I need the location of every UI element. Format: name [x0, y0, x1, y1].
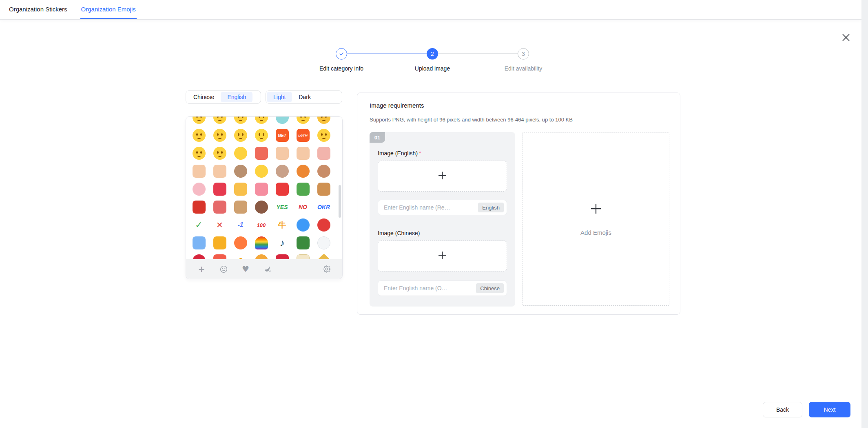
emoji-raise-hand-face[interactable]	[193, 147, 206, 160]
emoji-pinched-fingers[interactable]	[276, 147, 289, 160]
language-toggle: ChineseEnglish	[186, 90, 261, 104]
upload-emoji-dialog: Organization StickersOrganization Emojis…	[0, 0, 868, 428]
english-tag: English	[478, 203, 504, 212]
emoji-music-note[interactable]: ♪	[276, 236, 289, 249]
emoji-flower-hand[interactable]	[255, 147, 268, 160]
emoji-get-badge[interactable]: GET	[276, 129, 289, 142]
emoji-check-mark[interactable]: ✓	[193, 218, 206, 232]
emoji-clipped-face-3[interactable]	[234, 117, 247, 124]
emoji-pushpin[interactable]	[297, 218, 310, 232]
heart-icon[interactable]: ♥	[241, 264, 250, 274]
emoji-rainbow[interactable]	[255, 236, 268, 249]
emoji-face-with-bowl[interactable]	[213, 129, 226, 142]
stepper-connector	[438, 53, 518, 54]
emoji-fireworks[interactable]	[213, 254, 226, 259]
emoji-clipped-face-6[interactable]	[297, 117, 310, 124]
emoji-kiss-lips[interactable]	[213, 183, 226, 196]
image-requirements-panel: Image requirements Supports PNG, with he…	[357, 93, 680, 315]
emoji-waving-body[interactable]	[234, 147, 247, 160]
emoji-bull-face[interactable]	[317, 165, 330, 178]
step-label: Edit category info	[319, 65, 363, 72]
add-emoji-icon[interactable]: +	[197, 264, 206, 274]
emoji-cucumber[interactable]	[297, 183, 310, 196]
emoji-thumbs-down[interactable]	[213, 165, 226, 178]
plus-icon	[589, 202, 602, 217]
emoji-snowman[interactable]	[317, 236, 330, 249]
emoji-beer-mug[interactable]	[234, 183, 247, 196]
emoji-pink-cow-face[interactable]	[193, 183, 206, 196]
emoji-clapping-hands[interactable]	[317, 147, 330, 160]
emoji-yes-text[interactable]: YES	[276, 201, 289, 214]
emoji-clipped-face-4[interactable]	[255, 117, 268, 124]
emoji-clipped-face-2[interactable]	[213, 117, 226, 124]
emoji-santa-hat[interactable]	[193, 254, 206, 259]
sticker-icon[interactable]	[263, 264, 272, 274]
emoji-mahjong-tile[interactable]	[297, 254, 310, 259]
emoji-no-text[interactable]: NO	[297, 201, 310, 214]
image-english-label: Image (English)*	[378, 150, 421, 157]
add-emojis-button[interactable]: Add Emojis	[523, 132, 669, 306]
emoji-mask-face[interactable]	[317, 129, 330, 142]
emoji-bubble-tea[interactable]	[234, 201, 247, 214]
back-button[interactable]: Back	[763, 402, 802, 417]
emoji-okr-text[interactable]: OKR	[317, 201, 330, 214]
close-icon	[841, 32, 851, 44]
toggle-option-light[interactable]: Light	[267, 92, 292, 102]
emoji-balloons-2[interactable]: 2	[234, 254, 247, 259]
smiley-icon[interactable]	[219, 264, 228, 274]
emoji-chili-pepper[interactable]	[193, 201, 206, 214]
tab-organization-stickers[interactable]: Organization Stickers	[8, 0, 68, 19]
emoji-coffee-cup[interactable]	[255, 201, 268, 214]
step-1: Edit category info	[336, 48, 347, 60]
step-label: Upload image	[415, 65, 450, 72]
add-emojis-label: Add Emojis	[580, 229, 611, 236]
emoji-grid-viewport: GETLGTMYESNOOKR✓✕-1100牛♪2	[186, 117, 342, 259]
emoji-candied-haws[interactable]	[213, 201, 226, 214]
emoji-grid-scrollbar[interactable]	[339, 185, 341, 218]
emoji-chicken-drumstick[interactable]	[317, 183, 330, 196]
window-scrollbar[interactable]	[861, 0, 868, 428]
emoji-clipped-face-1[interactable]	[193, 117, 206, 124]
stepper-connector	[347, 53, 427, 54]
emoji-red-envelope[interactable]	[276, 254, 289, 259]
toggle-option-dark[interactable]: Dark	[292, 92, 317, 102]
toggle-option-chinese[interactable]: Chinese	[187, 92, 221, 102]
emoji-tiger-face[interactable]	[255, 254, 268, 259]
emoji-hundred[interactable]: 100	[255, 218, 268, 232]
emoji-lemon-face[interactable]	[255, 129, 268, 142]
emoji-alarm-clock[interactable]	[317, 218, 330, 232]
emoji-see-no-evil-monkey[interactable]	[276, 165, 289, 178]
close-button[interactable]	[839, 32, 852, 45]
emoji-megaphone[interactable]	[193, 236, 206, 249]
emoji-bear-wink-face[interactable]	[297, 165, 310, 178]
emoji-item-card: 01 Image (English)* English Image (Chine…	[370, 132, 515, 307]
emoji-gift-box[interactable]	[276, 183, 289, 196]
emoji-surprised-face[interactable]	[193, 129, 206, 142]
emoji-cross-mark[interactable]: ✕	[213, 218, 226, 232]
emoji-niu-character[interactable]: 牛	[276, 218, 289, 232]
chinese-image-upload[interactable]	[378, 240, 507, 271]
plus-icon	[437, 170, 447, 182]
emoji-husky-face[interactable]	[234, 165, 247, 178]
english-image-upload[interactable]	[378, 161, 507, 192]
tab-organization-emojis[interactable]: Organization Emojis	[80, 0, 137, 19]
emoji-clipped-face-5[interactable]	[276, 117, 289, 124]
next-button[interactable]: Next	[809, 402, 850, 417]
emoji-handshake[interactable]	[297, 147, 310, 160]
emoji-fu-diamond[interactable]	[316, 254, 331, 259]
emoji-fire[interactable]	[234, 236, 247, 249]
emoji-face-with-ruler[interactable]	[234, 129, 247, 142]
emoji-trophy[interactable]	[213, 236, 226, 249]
emoji-lgtm-badge[interactable]: LGTM	[297, 129, 310, 142]
settings-icon[interactable]	[322, 264, 332, 274]
emoji-clipped-face-7[interactable]	[317, 117, 330, 124]
emoji-thinking-face[interactable]	[213, 147, 226, 160]
emoji-birthday-cake[interactable]	[255, 183, 268, 196]
emoji-minus-one[interactable]: -1	[234, 218, 247, 232]
emoji-christmas-tree[interactable]	[297, 236, 310, 249]
emoji-dog-face[interactable]	[255, 165, 268, 178]
emoji-picker-panel: GETLGTMYESNOOKR✓✕-1100牛♪2 + ♥	[186, 116, 343, 279]
toggle-option-english[interactable]: English	[221, 92, 252, 102]
step-label: Edit availability	[505, 65, 542, 72]
emoji-pointing-finger[interactable]	[193, 165, 206, 178]
